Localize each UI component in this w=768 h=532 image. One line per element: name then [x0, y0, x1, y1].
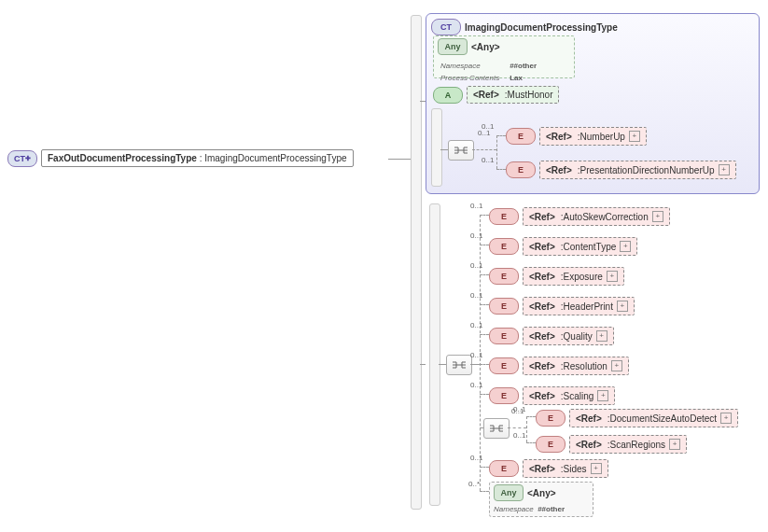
element-ref: E<Ref>: Scaling+	[489, 386, 615, 405]
element-ref: E<Ref>: ScanRegions+	[536, 435, 687, 454]
connector	[472, 149, 496, 150]
element-badge: E	[536, 436, 566, 453]
expand-icon[interactable]: +	[596, 330, 607, 342]
element-badge: E	[489, 268, 519, 285]
cardinality: 0..1	[470, 291, 482, 300]
ct-badge: CT	[431, 19, 461, 35]
element-badge: E	[506, 128, 536, 145]
supertype-header: CT ImagingDocumentProcessingType	[431, 19, 618, 35]
element-badge: E	[489, 208, 519, 225]
expand-icon[interactable]: +	[669, 439, 680, 450]
expand-icon[interactable]: +	[620, 241, 631, 252]
cardinality: 0..1	[470, 454, 482, 462]
element-badge: E	[489, 298, 519, 315]
cardinality: 0..*	[468, 480, 480, 488]
element-badge: E	[489, 238, 519, 255]
cardinality: 0..1	[513, 431, 525, 440]
element-badge: E	[536, 410, 566, 427]
expand-icon[interactable]: +	[597, 390, 608, 401]
vertical-branch-bar	[429, 203, 440, 506]
element-badge: E	[506, 161, 536, 178]
cardinality: 0..1	[470, 321, 482, 329]
any-badge: Any	[438, 38, 468, 55]
any-particle: Any <Any> Namespace##other Process Conte…	[433, 35, 575, 78]
root-label: FaxOutDocumentProcessingType : ImagingDo…	[41, 149, 354, 167]
element-badge: E	[489, 387, 519, 404]
element-ref: E<Ref>: HeaderPrint+	[489, 297, 635, 315]
expand-icon[interactable]: +	[611, 360, 622, 371]
any-particle: Any <Any> Namespace ##other	[489, 482, 593, 517]
expand-icon[interactable]: +	[591, 463, 602, 474]
element-ref: E<Ref>: ContentType+	[489, 237, 637, 256]
element-ref: E<Ref>: AutoSkewCorrection+	[489, 207, 670, 226]
element-ref: E<Ref>: Exposure+	[489, 267, 624, 286]
cardinality: 0..1	[470, 261, 482, 270]
expand-icon[interactable]: +	[652, 211, 663, 222]
connector	[420, 364, 426, 365]
cardinality: 0..1	[470, 381, 482, 389]
sequence-compositor	[448, 140, 474, 161]
element-ref-numberup: E <Ref>: NumberUp+	[506, 127, 647, 146]
connector	[439, 364, 446, 365]
element-ref: E<Ref>: Quality+	[489, 327, 614, 345]
connector	[470, 364, 480, 365]
expand-icon[interactable]: +	[719, 164, 730, 175]
expand-icon[interactable]: +	[607, 271, 618, 282]
sequence-compositor	[446, 355, 472, 375]
connector	[496, 169, 506, 170]
connector	[496, 135, 506, 136]
element-ref: E<Ref>: Resolution+	[489, 357, 629, 375]
cardinality: 0..1	[482, 156, 494, 164]
connector	[440, 149, 448, 150]
element-ref-presentationdirection: E <Ref>: PresentationDirectionNumberUp+	[506, 161, 736, 179]
root-complex-type: CT✚ FaxOutDocumentProcessingType : Imagi…	[7, 149, 354, 167]
attribute-badge: A	[433, 87, 463, 104]
cardinality: 0..1	[470, 202, 482, 210]
vertical-branch-bar	[411, 15, 422, 510]
any-badge: Any	[494, 484, 524, 501]
element-badge: E	[489, 357, 519, 374]
ct-badge: CT✚	[7, 150, 37, 167]
vertical-branch-bar	[431, 108, 442, 187]
connector	[388, 159, 411, 160]
expand-icon[interactable]: +	[720, 413, 732, 424]
expand-icon[interactable]: +	[617, 301, 628, 312]
sequence-compositor	[483, 418, 510, 439]
element-badge: E	[489, 460, 519, 477]
connector	[496, 135, 497, 169]
attribute-ref: A <Ref>: MustHonor	[433, 86, 559, 104]
cardinality: 0..1	[482, 122, 494, 131]
expand-icon[interactable]: +	[629, 131, 640, 142]
cardinality: 0..1	[470, 231, 482, 240]
cardinality: 0..1	[470, 351, 482, 359]
element-ref-sides: E<Ref>: Sides+	[489, 459, 608, 478]
element-badge: E	[489, 328, 519, 344]
cardinality: 0..1	[513, 405, 525, 413]
element-ref: E<Ref>: DocumentSizeAutoDetect+	[536, 409, 738, 427]
